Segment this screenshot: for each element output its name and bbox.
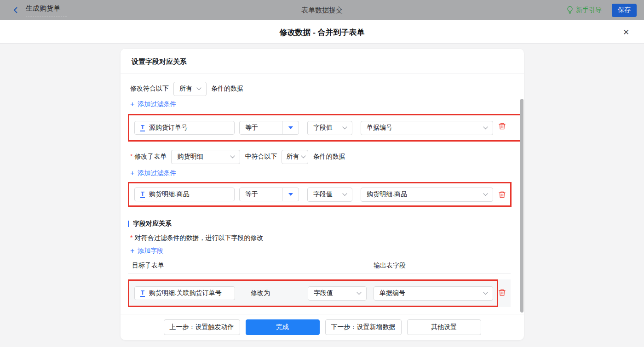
- prev-step-button[interactable]: 上一步：设置触发动作: [164, 319, 240, 335]
- card-title-divider: [121, 74, 524, 74]
- chevron-down-icon: [342, 193, 347, 196]
- required-asterisk: *: [130, 153, 132, 160]
- main-match-select[interactable]: 所有: [173, 82, 207, 96]
- add-filter-link-sub[interactable]: + 添加过滤条件: [130, 169, 176, 177]
- sub-filter-prefix: *修改子表单: [130, 153, 167, 161]
- mapping-section-header: 字段对应关系: [128, 220, 172, 228]
- sub-filter-prefix-label: 修改子表单: [134, 153, 167, 160]
- caret-down-icon: [288, 193, 293, 196]
- modal-title: 修改数据 - 合并到子表单: [0, 27, 644, 38]
- mapping-description-text: 对符合过滤条件的数据，进行以下字段的修改: [134, 234, 263, 241]
- settings-card: 设置字段对应关系 修改符合以下 所有 条件的数据 + 添加过滤条件 T 源购货订…: [121, 49, 524, 340]
- trash-icon: [498, 191, 506, 199]
- add-filter-label: 添加过滤条件: [138, 100, 176, 108]
- sub-match-select[interactable]: 所有: [282, 150, 308, 164]
- condition-valuetype-select[interactable]: 字段值: [307, 121, 352, 135]
- topbar-actions: 新手引导 保存: [567, 0, 637, 20]
- subform-value: 购货明细: [177, 153, 203, 161]
- footer-divider: [121, 314, 524, 314]
- chevron-down-icon: [301, 155, 306, 159]
- page-title: 表单数据提交: [0, 6, 644, 15]
- text-field-icon: T: [140, 191, 145, 198]
- add-field-label: 添加字段: [138, 247, 163, 255]
- top-bar: 生成购货单 表单数据提交 新手引导 保存: [0, 0, 644, 20]
- delete-condition-button[interactable]: [498, 122, 506, 130]
- modal-body: 设置字段对应关系 修改符合以下 所有 条件的数据 + 添加过滤条件 T 源购货订…: [0, 44, 644, 347]
- column-header-output: 输出表字段: [374, 262, 406, 270]
- caret-down-icon: [288, 126, 293, 129]
- plus-icon: +: [130, 248, 134, 254]
- lightbulb-icon: [567, 6, 573, 14]
- delete-condition-button[interactable]: [498, 191, 506, 199]
- main-filter-suffix: 条件的数据: [211, 85, 243, 93]
- scrollbar-thumb[interactable]: [520, 99, 523, 313]
- sub-match-value: 所有: [286, 153, 299, 161]
- condition-field-box[interactable]: T 购货明细.商品: [134, 188, 235, 201]
- main-filter-prefix: 修改符合以下: [130, 85, 169, 93]
- guide-label: 新手引导: [576, 6, 602, 14]
- sub-filter-line: *修改子表单 购货明细 中符合以下 所有 条件的数据: [130, 149, 345, 164]
- annotation-rect-2: T 购货明细.商品 等于 字段值 购货明细.商品: [128, 182, 512, 207]
- close-icon: ✕: [623, 28, 629, 37]
- operator-value: 等于: [240, 121, 282, 134]
- footer-buttons: 上一步：设置触发动作 完成 下一步：设置新增数据 其他设置: [121, 319, 524, 335]
- add-field-link[interactable]: + 添加字段: [130, 247, 163, 255]
- chevron-down-icon: [196, 87, 201, 91]
- section-accent-bar: [128, 221, 129, 227]
- condition-value: 单据编号: [367, 124, 392, 132]
- required-asterisk: *: [130, 234, 132, 241]
- chevron-down-icon: [483, 193, 488, 196]
- main-match-value: 所有: [179, 85, 192, 93]
- condition-field-label: 购货明细.商品: [149, 190, 190, 199]
- text-field-icon: T: [140, 125, 145, 131]
- valuetype-value: 字段值: [313, 190, 333, 199]
- sub-filter-suffix: 条件的数据: [313, 153, 345, 161]
- guide-link[interactable]: 新手引导: [567, 6, 602, 14]
- chevron-down-icon: [230, 155, 235, 159]
- condition-operator-select[interactable]: 等于: [239, 121, 299, 135]
- modal-header: 修改数据 - 合并到子表单 ✕: [0, 20, 644, 44]
- condition-value-select[interactable]: 单据编号: [361, 121, 493, 135]
- condition-operator-select[interactable]: 等于: [239, 188, 299, 201]
- condition-row-main: T 源购货订单号 等于 字段值 单据编号: [129, 115, 521, 140]
- plus-icon: +: [130, 170, 134, 176]
- chevron-down-icon: [483, 126, 488, 130]
- chevron-down-icon: [342, 126, 347, 130]
- other-settings-button[interactable]: 其他设置: [407, 319, 481, 335]
- condition-value-select[interactable]: 购货明细.商品: [361, 188, 493, 202]
- sub-filter-middle: 中符合以下: [245, 153, 277, 161]
- trash-icon: [498, 122, 506, 130]
- mapping-section-title: 字段对应关系: [133, 220, 172, 228]
- trash-icon: [498, 289, 506, 296]
- subform-select[interactable]: 购货明细: [171, 150, 240, 164]
- condition-field-box[interactable]: T 源购货订单号: [134, 121, 235, 135]
- column-header-divider: [128, 273, 511, 274]
- valuetype-value: 字段值: [313, 124, 333, 132]
- condition-row-sub: T 购货明细.商品 等于 字段值 购货明细.商品: [129, 183, 510, 205]
- column-header-target: 目标子表单: [132, 262, 164, 270]
- condition-field-label: 源购货订单号: [149, 124, 188, 132]
- next-step-button[interactable]: 下一步：设置新增数据: [325, 319, 402, 335]
- main-filter-line: 修改符合以下 所有 条件的数据: [130, 81, 243, 96]
- save-button[interactable]: 保存: [612, 4, 637, 17]
- add-filter-link-main[interactable]: + 添加过滤条件: [130, 100, 176, 108]
- operator-value: 等于: [240, 188, 282, 201]
- condition-value: 购货明细.商品: [367, 190, 407, 199]
- add-filter-label: 添加过滤条件: [138, 169, 176, 177]
- operator-caret-button[interactable]: [282, 188, 299, 201]
- mapping-description: *对符合过滤条件的数据，进行以下字段的修改: [130, 234, 263, 242]
- close-button[interactable]: ✕: [620, 26, 632, 38]
- plus-icon: +: [130, 101, 134, 108]
- done-button[interactable]: 完成: [246, 319, 320, 335]
- operator-caret-button[interactable]: [282, 121, 299, 134]
- condition-valuetype-select[interactable]: 字段值: [307, 188, 352, 202]
- card-title: 设置字段对应关系: [132, 57, 187, 66]
- delete-mapping-button[interactable]: [498, 289, 506, 296]
- mapping-row-background: [128, 279, 511, 307]
- annotation-rect-1: T 源购货订单号 等于 字段值 单据编号: [128, 114, 523, 142]
